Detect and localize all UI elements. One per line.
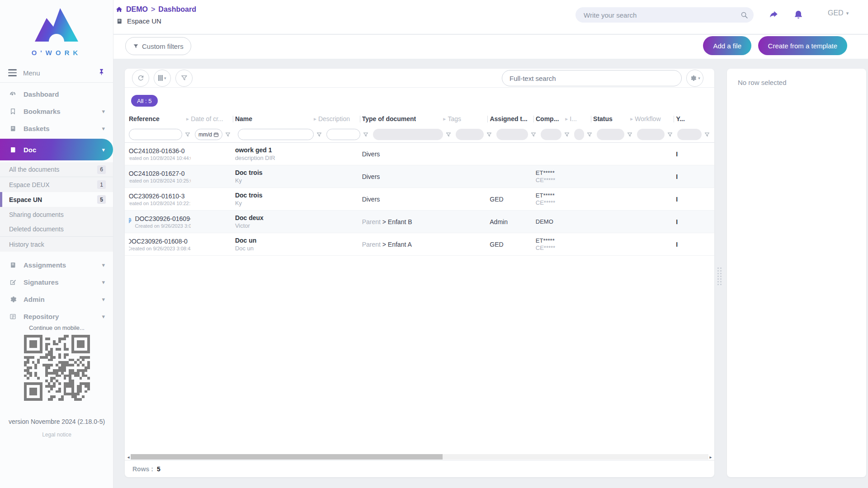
filter-funnel-icon[interactable]	[486, 132, 492, 137]
type-value: Divers	[362, 173, 445, 180]
chevron-down-icon[interactable]: ▾	[102, 279, 105, 286]
breadcrumb-current[interactable]: Dashboard	[158, 5, 196, 14]
scrollbar-track[interactable]	[131, 454, 708, 460]
sidebar-item-doc[interactable]: Doc▾	[0, 139, 113, 160]
scrollbar-thumb[interactable]	[131, 454, 443, 460]
chevron-down-icon[interactable]: ▾	[102, 125, 105, 132]
cell-name: Doc unDoc un	[235, 233, 318, 255]
sidebar-item-repository[interactable]: Repository▾	[0, 308, 113, 325]
filter-cell-reference	[129, 127, 195, 142]
column-header-type-of-document[interactable]: Type of document▸	[362, 111, 448, 127]
filter-funnel-icon[interactable]	[627, 132, 632, 137]
column-header-reference[interactable]: Reference▸	[129, 111, 191, 127]
table-row[interactable]: DOC241028-01636-0Created on 10/28/2024 1…	[125, 143, 714, 165]
table-settings-button[interactable]: ▾	[686, 70, 703, 87]
filter-funnel-icon[interactable]	[185, 132, 190, 137]
column-header-i[interactable]: I...	[570, 111, 593, 127]
home-icon[interactable]	[115, 6, 123, 13]
filter-funnel-icon[interactable]	[316, 132, 322, 137]
sidebar-item-assignments[interactable]: Assignments▾	[0, 256, 113, 273]
filter-funnel-icon[interactable]	[446, 132, 451, 137]
add-file-button[interactable]: Add a file	[703, 36, 751, 55]
sidebar-subitem-all-the-documents[interactable]: All the documents6	[0, 162, 113, 177]
breadcrumb-root[interactable]: DEMO	[126, 5, 148, 14]
scroll-right-arrow[interactable]: ▸	[708, 455, 713, 460]
app-root: O'WORK Menu DashboardBookmarks▾Baskets▾D…	[0, 0, 868, 488]
sidebar-subitem-espace-deux[interactable]: Espace DEUX1	[0, 177, 113, 192]
legal-notice-link[interactable]: Legal notice	[0, 432, 113, 438]
refresh-button[interactable]	[132, 70, 149, 87]
cell-i	[570, 143, 593, 165]
sidebar-subitem-sharing-documents[interactable]: Sharing documents	[0, 207, 113, 222]
sidebar-item-signatures[interactable]: Signatures▾	[0, 273, 113, 291]
chevron-down-icon[interactable]: ▾	[102, 146, 105, 153]
sidebar-item-label: Doc	[24, 146, 36, 154]
column-header-y[interactable]: Y...	[676, 111, 714, 127]
table-row[interactable]: wDOC230926-01609-0Created on 9/26/2023 3…	[125, 211, 714, 233]
calendar-icon[interactable]	[213, 132, 219, 137]
sidebar-item-dashboard[interactable]: Dashboard	[0, 85, 113, 103]
fulltext-search-input[interactable]	[509, 75, 674, 82]
hamburger-icon[interactable]	[8, 69, 17, 76]
filter-funnel-icon[interactable]	[363, 132, 368, 137]
sidebar-item-admin[interactable]: Admin▾	[0, 291, 113, 308]
sort-arrow-icon[interactable]: ▸	[630, 116, 633, 122]
columns-button[interactable]: ▾	[154, 70, 171, 87]
create-from-template-button[interactable]: Create from a template	[758, 36, 847, 55]
sort-arrow-icon[interactable]: ▸	[443, 116, 446, 122]
sidebar-subitem-history-track[interactable]: History track	[0, 237, 113, 252]
date-filter-input[interactable]: mm/d	[195, 129, 222, 140]
global-search-input[interactable]	[584, 11, 741, 19]
sidebar-subitem-espace-un[interactable]: Espace UN5	[0, 192, 113, 207]
filter-funnel-icon[interactable]	[225, 132, 231, 137]
table-row[interactable]: DOC230926-01610-3Created on 10/28/2024 1…	[125, 188, 714, 211]
sidebar-subitem-deleted-documents[interactable]: Deleted documents	[0, 222, 113, 237]
search-icon[interactable]	[741, 11, 748, 19]
created-date: Created on 10/28/2024 10:22:16 PM	[129, 201, 191, 206]
cell-status	[593, 143, 635, 165]
filter-funnel-icon[interactable]	[587, 132, 592, 137]
sidebar-item-baskets[interactable]: Baskets▾	[0, 120, 113, 137]
paperclip-icon	[129, 217, 132, 226]
created-date: Created on 9/26/2023 3:09:45 AM	[135, 223, 191, 229]
filter-input[interactable]	[326, 129, 360, 140]
sort-arrow-icon[interactable]: ▸	[565, 116, 568, 122]
panel-resize-grip[interactable]	[717, 267, 722, 285]
chevron-down-icon[interactable]: ▾	[102, 262, 105, 268]
scroll-left-arrow[interactable]: ◂	[126, 455, 131, 460]
notifications-button[interactable]	[792, 8, 805, 22]
sort-arrow-icon[interactable]: ▸	[186, 116, 189, 122]
brand-logo[interactable]: O'WORK	[0, 0, 113, 63]
column-header-workflow[interactable]: Workflow	[635, 111, 676, 127]
table-row[interactable]: DOC230926-01608-0Created on 9/26/2023 3:…	[125, 233, 714, 256]
user-menu[interactable]: GED ▾	[828, 9, 849, 17]
cell-status	[593, 211, 635, 233]
sidebar-item-bookmarks[interactable]: Bookmarks▾	[0, 103, 113, 120]
chevron-down-icon[interactable]: ▾	[102, 313, 105, 320]
all-count-pill[interactable]: All : 5	[131, 95, 158, 107]
share-button[interactable]	[767, 8, 780, 22]
column-header-comp[interactable]: Comp...▸	[536, 111, 570, 127]
chevron-down-icon[interactable]: ▾	[102, 296, 105, 303]
filter-disabled	[373, 129, 443, 140]
column-header-tags[interactable]: Tags	[448, 111, 490, 127]
filter-button[interactable]	[175, 70, 193, 87]
filter-funnel-icon[interactable]	[564, 132, 570, 137]
column-header-name[interactable]: Name▸	[235, 111, 318, 127]
column-header-status[interactable]: Status▸	[593, 111, 635, 127]
filter-funnel-icon[interactable]	[667, 132, 673, 137]
filter-funnel-icon[interactable]	[531, 132, 536, 137]
filter-funnel-icon[interactable]	[704, 132, 710, 137]
filter-cell-date-of-cr: mm/d	[195, 127, 238, 142]
sort-arrow-icon[interactable]: ▸	[314, 116, 316, 122]
column-header-assigned-t[interactable]: Assigned t...	[490, 111, 536, 127]
custom-filters-button[interactable]: Custom filters	[125, 37, 191, 55]
filter-input[interactable]	[238, 129, 314, 140]
pin-icon[interactable]	[98, 68, 105, 77]
column-header-date-of-cr[interactable]: Date of cr...	[191, 111, 235, 127]
table-row[interactable]: DOC241028-01627-0Created on 10/28/2024 1…	[125, 165, 714, 188]
filter-input[interactable]	[129, 129, 182, 140]
cell-type: Parent > Enfant A	[362, 233, 448, 255]
chevron-down-icon[interactable]: ▾	[102, 108, 105, 115]
column-header-description[interactable]: Description	[318, 111, 362, 127]
